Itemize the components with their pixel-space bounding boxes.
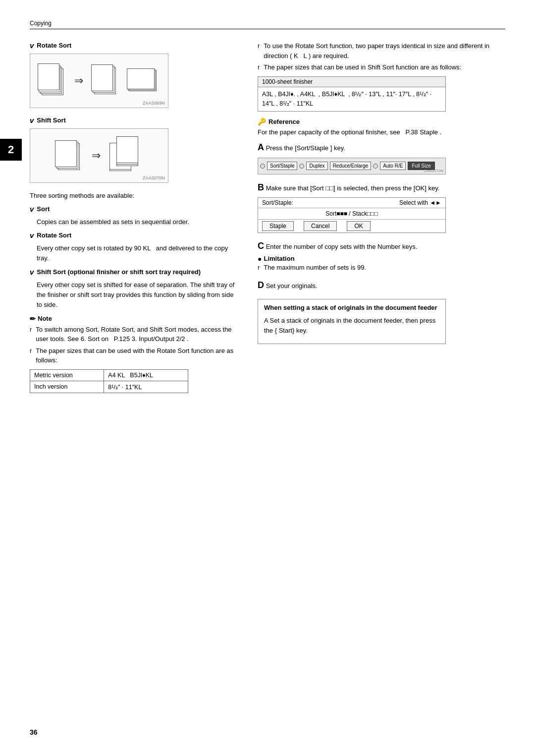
indicator-auto bbox=[373, 164, 378, 169]
step-c-text: Enter the number of copy sets with the N… bbox=[266, 243, 418, 250]
limitation-icon: ● bbox=[258, 255, 262, 263]
table-cell-metric: Metric version bbox=[30, 369, 104, 381]
sort-label: v Sort bbox=[30, 205, 238, 213]
bullet-v2: v bbox=[30, 116, 34, 124]
originals-step-a: A Set a stack of originals in the docume… bbox=[264, 316, 439, 336]
arrow-icon2: ⇒ bbox=[92, 149, 101, 162]
step-d-letter: D bbox=[258, 280, 264, 290]
shift-sort-title: v Shift Sort bbox=[30, 116, 238, 124]
header-section: Copying bbox=[30, 20, 505, 29]
finisher-body: A3L , B4JI♦. , A4KL , B5JI♦KL , 8¹/₂″ · … bbox=[258, 87, 445, 112]
sort-desc: Copies can be assembled as sets in seque… bbox=[37, 217, 238, 227]
step-c-letter: C bbox=[258, 241, 264, 251]
finisher-box: 1000-sheet finisher A3L , B4JI♦. , A4KL … bbox=[258, 76, 446, 112]
ss-footer: Staple Cancel OK bbox=[258, 220, 445, 233]
originals-box: When setting a stack of originals in the… bbox=[258, 299, 446, 344]
rotate-sort-label: v Rotate Sort bbox=[30, 231, 238, 239]
note-title: ✏ Note bbox=[30, 315, 238, 323]
table-cell-inch-sizes: 8¹/₂″ · 11″KL bbox=[104, 381, 188, 393]
ref-icon: 🔑 bbox=[258, 117, 266, 125]
note-icon: ✏ bbox=[30, 315, 36, 323]
duplex-btn[interactable]: Duplex bbox=[306, 162, 327, 170]
step-b: B Make sure that [Sort □□] is selected, … bbox=[258, 182, 505, 233]
step-b-letter: B bbox=[258, 182, 264, 192]
arrow-icon: ⇒ bbox=[74, 74, 83, 87]
ok-button[interactable]: OK bbox=[347, 221, 370, 231]
ss-select-with: Select with ◄► bbox=[399, 199, 441, 206]
right-note-item-1: r To use the Rotate Sort function, two p… bbox=[258, 41, 505, 60]
step-b-text: Make sure that [Sort □□] is selected, th… bbox=[266, 184, 440, 192]
page-number: 36 bbox=[30, 728, 38, 736]
shift-sort-label: v Shift Sort (optional finisher or shift… bbox=[30, 268, 238, 276]
step-a-text: Press the [Sort/Staple ] key. bbox=[266, 144, 345, 152]
lim-bullet-r: r bbox=[258, 263, 260, 273]
ref-text: For the paper capacity of the optional f… bbox=[258, 127, 505, 137]
sort-staple-dialog: Sort/Staple: Select with ◄► Sort■■■ / St… bbox=[258, 197, 446, 233]
chapter-number: 2 bbox=[0, 139, 22, 161]
rotate-sort-illustration: ⇒ bbox=[38, 63, 160, 98]
page: Copying 2 v Rotate Sort bbox=[0, 0, 535, 756]
paper-size-table: Metric version A4 KL B5JI♦KL Inch versio… bbox=[30, 369, 188, 393]
main-content: v Rotate Sort ⇒ bbox=[30, 41, 505, 399]
bullet-v4: v bbox=[30, 231, 34, 239]
cancel-button[interactable]: Cancel bbox=[304, 221, 337, 231]
bullet-v3: v bbox=[30, 205, 34, 213]
limitation-item: r The maximum number of sets is 99. bbox=[258, 263, 505, 273]
three-methods-text: Three sorting methods are available: bbox=[30, 191, 238, 201]
note-r-2: r bbox=[258, 62, 260, 72]
reference-section: 🔑 Reference For the paper capacity of th… bbox=[258, 117, 505, 137]
note-r-1: r bbox=[258, 41, 260, 60]
sort-staple-ui-bar: Sort/Staple Duplex Reduce/Enlarge Auto R… bbox=[258, 158, 446, 174]
right-column: r To use the Rotate Sort function, two p… bbox=[258, 41, 505, 399]
step-c: C Enter the number of copy sets with the… bbox=[258, 241, 505, 273]
indicator-sort bbox=[260, 164, 265, 169]
left-column: v Rotate Sort ⇒ bbox=[30, 41, 238, 399]
step-d: D Set your originals. bbox=[258, 280, 505, 291]
finisher-header: 1000-sheet finisher bbox=[258, 77, 445, 87]
right-note-item-2: r The paper sizes that can be used in Sh… bbox=[258, 62, 505, 72]
table-row: Inch version 8¹/₂″ · 11″KL bbox=[30, 381, 188, 393]
rotate-sort-desc: Every other copy set is rotated by 90 KL… bbox=[37, 243, 238, 263]
ss-header: Sort/Staple: Select with ◄► bbox=[258, 198, 445, 208]
limitation-block: ● Limitation r The maximum number of set… bbox=[258, 255, 505, 273]
shift-sort-illustration: ⇒ bbox=[55, 137, 143, 174]
step-a-letter: A bbox=[258, 142, 264, 152]
mockup-label: ZAAS070N bbox=[424, 169, 443, 173]
sort-staple-btn[interactable]: Sort/Staple bbox=[267, 162, 297, 170]
shift-sort-desc: Every other copy set is shifted for ease… bbox=[37, 280, 238, 310]
step-d-text: Set your originals. bbox=[266, 282, 318, 290]
shift-sort-diagram: ⇒ ZAAS070N bbox=[30, 128, 168, 183]
rotate-sort-diagram: ⇒ ZAAS069N bbox=[30, 54, 168, 108]
note-bullet-r2: r bbox=[30, 346, 32, 365]
note-bullet-r: r bbox=[30, 325, 32, 344]
note-item-1: r To switch among Sort, Rotate Sort, and… bbox=[30, 325, 238, 344]
table-row: Metric version A4 KL B5JI♦KL bbox=[30, 369, 188, 381]
indicator-duplex bbox=[299, 164, 304, 169]
rotate-sort-title: v Rotate Sort bbox=[30, 41, 238, 50]
ref-title: 🔑 Reference bbox=[258, 117, 505, 125]
table-cell-inch: Inch version bbox=[30, 381, 104, 393]
auto-rfe-btn[interactable]: Auto R/E bbox=[380, 162, 406, 170]
table-cell-metric-sizes: A4 KL B5JI♦KL bbox=[104, 369, 188, 381]
bullet-v5: v bbox=[30, 268, 34, 276]
header-text: Copying bbox=[30, 20, 52, 27]
staple-button[interactable]: Staple bbox=[262, 221, 294, 231]
limitation-title: ● Limitation bbox=[258, 255, 505, 263]
ss-middle: Sort■■■ / Stack□□□ bbox=[258, 208, 445, 220]
originals-heading: When setting a stack of originals in the… bbox=[264, 303, 439, 312]
note-section: ✏ Note r To switch among Sort, Rotate So… bbox=[30, 315, 238, 393]
bullet-v: v bbox=[30, 41, 34, 50]
note-item-2: r The paper sizes that can be used with … bbox=[30, 346, 238, 365]
reduce-enlarge-btn[interactable]: Reduce/Enlarge bbox=[330, 162, 372, 170]
step-a: A Press the [Sort/Staple ] key. Sort/Sta… bbox=[258, 142, 505, 174]
ss-label: Sort/Staple: bbox=[262, 199, 293, 206]
